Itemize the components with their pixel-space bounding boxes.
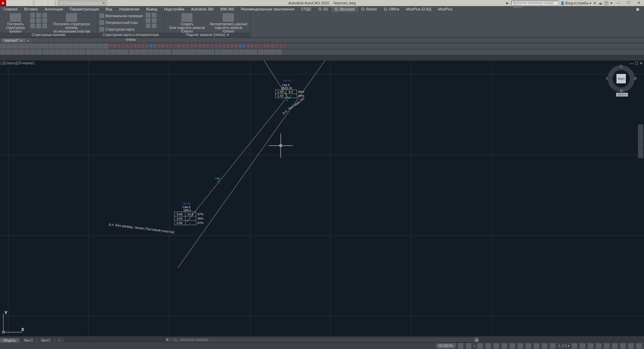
search-input[interactable]: Введите ключевое слово/фразу [511,1,558,5]
tool-icon[interactable] [85,43,90,49]
tool-icon[interactable] [55,43,60,49]
drag-handle-icon[interactable]: ⋮⋮ [170,338,174,342]
scale-value[interactable]: 0,8 [174,44,182,48]
tool-icon[interactable] [6,43,12,49]
tool-icon[interactable] [80,49,85,55]
navigation-bar[interactable] [638,124,643,158]
map-opt-icon[interactable] [152,13,156,17]
tool-icon[interactable] [251,49,257,55]
customize-icon[interactable] [636,343,642,349]
tool-icon[interactable] [37,43,42,49]
tool-icon[interactable] [49,43,54,49]
open-icon[interactable] [14,0,19,6]
tool-icon[interactable] [184,49,190,55]
drawing-area[interactable]: [-][Сверху][2D-каркас] — ☐ ✕ +91.10 Скв … [0,61,644,336]
col-type-icon[interactable] [42,18,47,23]
col-type-icon[interactable] [30,24,35,28]
scale-value[interactable]: 1,0 [278,44,286,48]
col-type-icon[interactable] [30,13,35,17]
workspace-dropdown[interactable]: ⚙ Рисование и аннотации [58,0,107,6]
map-opt-icon[interactable] [146,13,150,17]
menu--[interactable]: Вид [102,6,116,12]
tool-icon[interactable] [221,49,227,55]
tool-icon[interactable] [233,49,239,55]
tool-icon[interactable] [147,49,153,55]
tool-icon[interactable] [92,49,98,55]
scale-value[interactable]: 0,2 [214,44,222,48]
build-column-multilayer-button[interactable]: Построить структурную колонку по несколь… [48,13,95,33]
otrack-toggle-icon[interactable] [510,343,515,349]
map-opt-icon[interactable] [152,18,156,23]
tool-icon[interactable] [31,49,36,55]
tool-icon[interactable] [258,49,264,55]
menu-g-2d[interactable]: G: 2D [315,6,331,12]
map-opt-icon[interactable] [146,18,150,23]
osnap-toggle-icon[interactable] [494,343,499,349]
pan-icon[interactable] [638,131,643,138]
tool-icon[interactable] [12,49,18,55]
hardware-accel-icon[interactable] [620,343,626,349]
tool-icon[interactable] [264,49,270,55]
save-icon[interactable] [20,0,26,6]
build-structural-column-button[interactable]: Построить структурную колонку [2,13,29,33]
structural-map-button[interactable]: Структурная карта [99,26,144,32]
scale-value[interactable]: 0,5 [149,44,157,48]
command-line[interactable]: ✕ ⋮⋮ ▷_ Введите команду ▴ [165,337,479,343]
menu--[interactable]: Рекомендованные приложения [237,6,298,12]
dynucs-toggle-icon[interactable] [518,343,523,349]
menu-modplus-[interactable]: ModPlus ЕСКД [403,6,435,12]
vertical-projection-button[interactable]: Вертикальная проекция [99,13,144,19]
tool-icon[interactable] [86,49,92,55]
new-tab-button[interactable]: + [27,39,32,43]
tool-icon[interactable] [55,49,61,55]
cloud-icon[interactable]: ☁ [598,1,602,5]
menu-modplus[interactable]: ModPlus [435,6,456,12]
tool-icon[interactable] [61,49,67,55]
tool-icon[interactable] [178,49,184,55]
showmotion-icon[interactable] [638,151,643,158]
nav-wheel-icon[interactable] [638,124,643,131]
tool-icon[interactable] [209,49,214,55]
tool-icon[interactable] [74,49,79,55]
document-tab[interactable]: Чертеж1*✕ [1,38,26,43]
ortho-toggle-icon[interactable] [477,343,483,349]
viewcube-south[interactable]: Ю [620,89,623,93]
close-icon[interactable]: ✕ [165,338,170,342]
quick-properties-icon[interactable] [596,343,601,349]
tool-icon[interactable] [43,43,48,49]
tool-icon[interactable] [202,49,208,55]
tool-icon[interactable] [67,43,72,49]
app-logo[interactable]: A [0,0,6,6]
tool-icon[interactable] [37,49,42,55]
menu-bim-360[interactable]: BIM 360 [217,6,237,12]
col-type-icon[interactable] [30,18,35,23]
scale-value[interactable]: 0,6 [157,44,165,48]
tool-icon[interactable] [196,49,202,55]
exchange-icon[interactable]: ✕ [593,1,596,5]
tool-icon[interactable] [103,43,108,49]
dyn-input-toggle-icon[interactable] [526,343,531,349]
tool-icon[interactable] [97,43,102,49]
command-input[interactable]: Введите команду [179,338,474,342]
help-icon[interactable]: ? [604,1,608,5]
add-sheet-button[interactable]: + [55,338,64,343]
map-opt-icon[interactable] [146,24,150,28]
menu--[interactable]: Аннотации [41,6,66,12]
zoom-extents-icon[interactable] [638,138,643,145]
snap-toggle-icon[interactable] [466,343,471,349]
close-icon[interactable]: ✕ [20,39,23,42]
tool-icon[interactable] [110,49,116,55]
tool-icon[interactable] [25,49,30,55]
scale-value[interactable]: 0,7 [165,44,173,48]
tool-icon[interactable] [98,49,104,55]
col-type-icon[interactable] [42,13,47,17]
horizon-plan-button[interactable]: Погоризонтный план [99,20,144,26]
tool-icon[interactable] [12,43,18,49]
undo-icon[interactable] [42,0,47,6]
tool-icon[interactable] [129,49,135,55]
redo-icon[interactable] [48,0,54,6]
scale-value[interactable]: 0,0 [198,44,206,48]
menu--[interactable]: Вставка [21,6,41,12]
create-reserves-block-button[interactable]: Создать блок подсчета запасов (Online) [167,13,208,33]
annotation-monitor-icon[interactable] [580,343,585,349]
